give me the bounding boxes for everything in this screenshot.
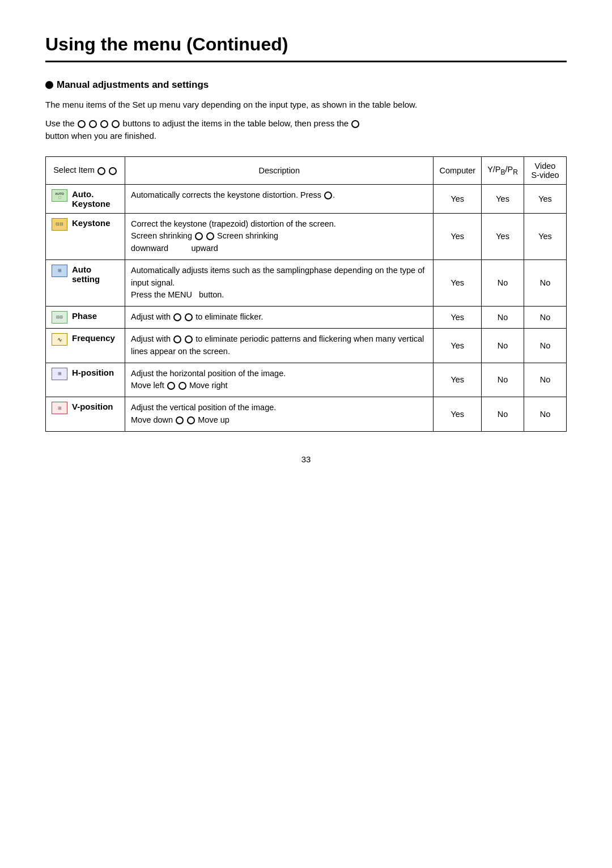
row-frequency-ypbpr: No	[482, 329, 524, 363]
row-auto-keystone-ypbpr: Yes	[482, 184, 524, 213]
row-keystone-ypbpr: Yes	[482, 213, 524, 259]
table-row: ⊞ Autosetting Automatically adjusts item…	[46, 259, 567, 306]
col-header-description: Description	[125, 156, 434, 184]
row-hposition-computer: Yes	[434, 363, 482, 397]
auto-setting-label: Autosetting	[72, 265, 100, 284]
desc-left-icon-2	[173, 313, 181, 321]
table-row: ⊟⊟ Keystone Correct the keystone (trapez…	[46, 213, 567, 259]
row-auto-keystone-computer: Yes	[434, 184, 482, 213]
row-auto-setting-video: No	[524, 259, 567, 306]
row-phase-video: No	[524, 307, 567, 329]
row-frequency-computer: Yes	[434, 329, 482, 363]
page-title: Using the menu (Continued)	[45, 34, 567, 55]
col-select-left-icon	[97, 167, 105, 175]
table-row: ∿ Frequency Adjust with to eliminate per…	[46, 329, 567, 363]
hposition-label: H-position	[72, 368, 114, 377]
row-hposition-ypbpr: No	[482, 363, 524, 397]
btn-up-icon	[100, 120, 108, 128]
row-keystone-video: Yes	[524, 213, 567, 259]
row-frequency-desc: Adjust with to eliminate periodic patter…	[125, 329, 434, 363]
row-vposition-ypbpr: No	[482, 397, 524, 432]
bullet-icon	[45, 81, 53, 89]
row-hposition-desc: Adjust the horizontal position of the im…	[125, 363, 434, 397]
desc-left-icon-4	[167, 382, 175, 390]
row-auto-keystone-item: AUTO ⬚ Auto. Keystone	[46, 184, 125, 213]
frequency-icon: ∿	[52, 333, 67, 346]
row-vposition-video: No	[524, 397, 567, 432]
btn-down-icon	[112, 120, 120, 128]
desc-right-icon-4	[178, 382, 186, 390]
row-vposition-desc: Adjust the vertical position of the imag…	[125, 397, 434, 432]
row-phase-item: ⊟⊟ Phase	[46, 307, 125, 329]
button-row-middle: buttons to adjust the items in the table…	[123, 118, 349, 128]
row-keystone-item: ⊟⊟ Keystone	[46, 213, 125, 259]
col-header-ypbpr: Y/PB/PR	[482, 156, 524, 184]
row-vposition-computer: Yes	[434, 397, 482, 432]
table-row: ⊞ H-position Adjust the horizontal posit…	[46, 363, 567, 397]
section-header: Manual adjustments and settings	[45, 79, 567, 91]
button-row: Use the buttons to adjust the items in t…	[45, 117, 567, 143]
row-vposition-item: ⊞ V-position	[46, 397, 125, 432]
row-phase-ypbpr: No	[482, 307, 524, 329]
auto-keystone-label: Auto. Keystone	[72, 189, 119, 209]
table-row: ⊞ V-position Adjust the vertical positio…	[46, 397, 567, 432]
table-row: AUTO ⬚ Auto. Keystone Automatically corr…	[46, 184, 567, 213]
row-auto-setting-ypbpr: No	[482, 259, 524, 306]
vposition-icon: ⊞	[52, 402, 67, 414]
menu-table: Select Item Description Computer Y/PB/PR…	[45, 156, 567, 432]
phase-label: Phase	[72, 311, 97, 321]
table-row: ⊟⊟ Phase Adjust with to eliminate flicke…	[46, 307, 567, 329]
desc-right-icon-2	[185, 313, 193, 321]
row-hposition-item: ⊞ H-position	[46, 363, 125, 397]
button-row-end: button when you are finished.	[45, 131, 156, 141]
page-number: 33	[45, 454, 567, 464]
row-auto-setting-computer: Yes	[434, 259, 482, 306]
auto-keystone-icon: AUTO ⬚	[52, 189, 67, 202]
row-auto-keystone-desc: Automatically corrects the keystone dist…	[125, 184, 434, 213]
row-auto-setting-item: ⊞ Autosetting	[46, 259, 125, 306]
auto-setting-icon: ⊞	[52, 265, 67, 277]
title-divider	[45, 61, 567, 62]
hposition-icon: ⊞	[52, 368, 67, 380]
desc-right-icon-3	[185, 335, 193, 343]
desc-right-icon-5	[187, 416, 195, 424]
frequency-label: Frequency	[72, 333, 115, 343]
row-frequency-item: ∿ Frequency	[46, 329, 125, 363]
btn-left-icon	[78, 120, 86, 128]
desc-left-icon-1	[195, 232, 203, 240]
row-auto-keystone-video: Yes	[524, 184, 567, 213]
desc-enter-icon-1	[324, 192, 332, 199]
col-header-computer: Computer	[434, 156, 482, 184]
btn-enter-icon	[351, 120, 359, 128]
section-header-text: Manual adjustments and settings	[57, 79, 209, 91]
row-phase-computer: Yes	[434, 307, 482, 329]
row-auto-setting-desc: Automatically adjusts items such as the …	[125, 259, 434, 306]
keystone-icon: ⊟⊟	[52, 218, 67, 231]
row-keystone-desc: Correct the keystone (trapezoid) distort…	[125, 213, 434, 259]
phase-icon: ⊟⊟	[52, 311, 67, 324]
col-header-select: Select Item	[46, 156, 125, 184]
desc-left-icon-5	[176, 416, 184, 424]
desc-right-icon-1	[206, 232, 214, 240]
vposition-label: V-position	[72, 402, 113, 411]
col-select-down-icon	[109, 167, 117, 175]
intro-text: The menu items of the Set up menu vary d…	[45, 99, 567, 112]
row-keystone-computer: Yes	[434, 213, 482, 259]
keystone-label: Keystone	[72, 218, 110, 228]
col-header-video: VideoS-video	[524, 156, 567, 184]
row-hposition-video: No	[524, 363, 567, 397]
btn-right-icon	[89, 120, 97, 128]
desc-left-icon-3	[173, 335, 181, 343]
row-phase-desc: Adjust with to eliminate flicker.	[125, 307, 434, 329]
row-frequency-video: No	[524, 329, 567, 363]
